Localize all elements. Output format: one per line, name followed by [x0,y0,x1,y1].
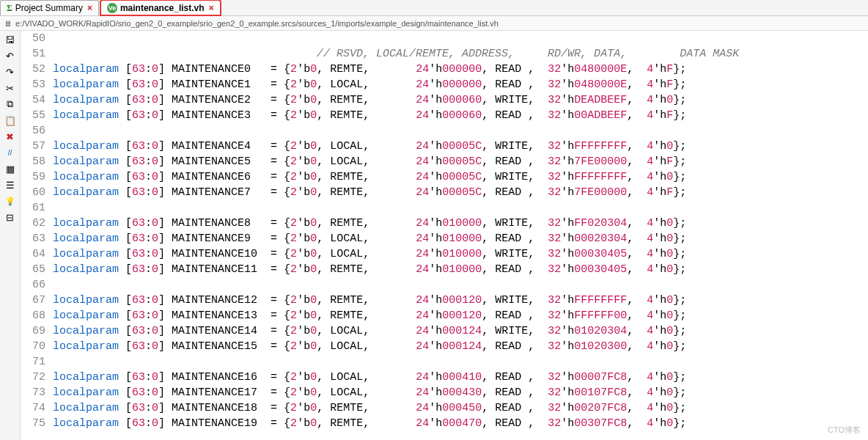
code-line[interactable]: 55localparam [63:0] MAINTENANCE3 = {2'b0… [21,108,868,123]
delete-icon[interactable]: ✖ [4,131,16,142]
line-number: 68 [21,308,53,323]
line-number: 54 [21,92,53,108]
line-number: 61 [21,200,53,216]
code-line[interactable]: 56 [21,123,868,139]
line-content [53,200,868,216]
code-line[interactable]: 51 // RSVD, LOCAL/REMTE, ADDRESS, RD/WR,… [21,46,868,62]
line-content: localparam [63:0] MAINTENANCE18 = {2'b0,… [53,400,868,416]
line-number: 63 [21,231,53,246]
undo-icon[interactable]: ↶ [4,50,16,62]
close-icon[interactable]: × [209,3,214,13]
line-number: 50 [21,31,53,46]
code-line[interactable]: 63localparam [63:0] MAINTENANCE9 = {2'b0… [21,231,868,246]
collapse-icon[interactable]: ⊟ [4,211,16,223]
code-line[interactable]: 58localparam [63:0] MAINTENANCE5 = {2'b0… [21,154,868,169]
keyword: localparam [53,309,119,322]
code-line[interactable]: 70localparam [63:0] MAINTENANCE15 = {2'b… [21,339,868,354]
line-content: localparam [63:0] MAINTENANCE14 = {2'b0,… [53,323,868,339]
keyword: localparam [53,155,119,168]
line-content: localparam [63:0] MAINTENANCE16 = {2'b0,… [53,370,868,385]
code-line[interactable]: 62localparam [63:0] MAINTENANCE8 = {2'b0… [21,216,868,231]
code-line[interactable]: 54localparam [63:0] MAINTENANCE2 = {2'b0… [21,92,868,108]
code-line[interactable]: 59localparam [63:0] MAINTENANCE6 = {2'b0… [21,169,868,185]
line-content: localparam [63:0] MAINTENANCE1 = {2'b0, … [53,77,868,92]
paste-icon[interactable]: 📋 [4,114,16,126]
line-content: // RSVD, LOCAL/REMTE, ADDRESS, RD/WR, DA… [53,46,868,62]
file-path-bar: 🗎 e:/VIVADO_WORK/RapidIO/srio_gen2_0_exa… [0,16,868,31]
keyword: localparam [53,186,119,199]
line-content [53,354,868,370]
line-number: 74 [21,400,53,416]
line-number: 62 [21,216,53,231]
line-number: 65 [21,262,53,277]
line-content: localparam [63:0] MAINTENANCE10 = {2'b0,… [53,246,868,262]
line-number: 73 [21,385,53,400]
keyword: localparam [53,263,119,276]
code-line[interactable]: 65localparam [63:0] MAINTENANCE11 = {2'b… [21,262,868,277]
line-content: localparam [63:0] MAINTENANCE17 = {2'b0,… [53,385,868,400]
code-line[interactable]: 71 [21,354,868,370]
keyword: localparam [53,109,119,122]
code-line[interactable]: 68localparam [63:0] MAINTENANCE13 = {2'b… [21,308,868,323]
redo-icon[interactable]: ↷ [4,66,16,78]
code-line[interactable]: 53localparam [63:0] MAINTENANCE1 = {2'b0… [21,77,868,92]
code-line[interactable]: 67localparam [63:0] MAINTENANCE12 = {2'b… [21,293,868,308]
code-line[interactable]: 74localparam [63:0] MAINTENANCE18 = {2'b… [21,400,868,416]
line-number: 66 [21,277,53,293]
code-line[interactable]: 50 [21,31,868,46]
code-line[interactable]: 69localparam [63:0] MAINTENANCE14 = {2'b… [21,323,868,339]
code-line[interactable]: 60localparam [63:0] MAINTENANCE7 = {2'b0… [21,185,868,200]
code-line[interactable]: 66 [21,277,868,293]
copy-icon[interactable]: ⧉ [4,98,16,110]
line-number: 51 [21,46,53,62]
bulb-icon[interactable]: 💡 [4,195,16,207]
line-content: localparam [63:0] MAINTENANCE19 = {2'b0,… [53,416,868,431]
code-line[interactable]: 57localparam [63:0] MAINTENANCE4 = {2'b0… [21,139,868,154]
code-line[interactable]: 72localparam [63:0] MAINTENANCE16 = {2'b… [21,370,868,385]
tab-label: Project Summary [15,3,83,13]
line-number: 58 [21,154,53,169]
line-number: 64 [21,246,53,262]
keyword: localparam [53,78,119,91]
tab-project-summary[interactable]: ΣProject Summary× [0,0,99,15]
keyword: localparam [53,217,119,230]
code-line[interactable]: 75localparam [63:0] MAINTENANCE19 = {2'b… [21,416,868,431]
keyword: localparam [53,140,119,153]
code-editor[interactable]: 50 51 // RSVD, LOCAL/REMTE, ADDRESS, RD/… [21,31,868,440]
left-toolbar: 🖫↶↷✂⧉📋✖//▦☰💡⊟ [0,31,21,440]
keyword: localparam [53,63,119,76]
line-number: 52 [21,62,53,77]
line-content [53,277,868,293]
file-icon: 🗎 [4,19,12,28]
cut-icon[interactable]: ✂ [4,82,16,94]
vh-icon: Ve [107,3,117,13]
sigma-icon: Σ [7,3,12,14]
line-number: 70 [21,339,53,354]
line-content: localparam [63:0] MAINTENANCE3 = {2'b0, … [53,108,868,123]
line-number: 59 [21,169,53,185]
keyword: localparam [53,325,119,337]
floppy-icon[interactable]: 🖫 [4,34,16,45]
code-line[interactable]: 64localparam [63:0] MAINTENANCE10 = {2'b… [21,246,868,262]
line-number: 71 [21,354,53,370]
line-content: localparam [63:0] MAINTENANCE2 = {2'b0, … [53,92,868,108]
line-content: localparam [63:0] MAINTENANCE5 = {2'b0, … [53,154,868,169]
code-line[interactable]: 61 [21,200,868,216]
keyword: localparam [53,417,119,430]
code-line[interactable]: 73localparam [63:0] MAINTENANCE17 = {2'b… [21,385,868,400]
tab-maintenance-list-vh[interactable]: Vemaintenance_list.vh× [100,0,221,15]
keyword: localparam [53,171,119,183]
close-icon[interactable]: × [87,3,92,13]
select-icon[interactable]: ▦ [4,163,16,175]
indent-icon[interactable]: ☰ [4,179,16,191]
line-content: localparam [63:0] MAINTENANCE13 = {2'b0,… [53,308,868,323]
line-number: 60 [21,185,53,200]
line-content: localparam [63:0] MAINTENANCE6 = {2'b0, … [53,169,868,185]
line-content: localparam [63:0] MAINTENANCE15 = {2'b0,… [53,339,868,354]
keyword: localparam [53,386,119,399]
code-line[interactable]: 52localparam [63:0] MAINTENANCE0 = {2'b0… [21,62,868,77]
line-number: 55 [21,108,53,123]
comment-icon[interactable]: // [4,147,16,158]
tab-bar: ΣProject Summary×Vemaintenance_list.vh× [0,0,868,16]
line-content: localparam [63:0] MAINTENANCE4 = {2'b0, … [53,139,868,154]
